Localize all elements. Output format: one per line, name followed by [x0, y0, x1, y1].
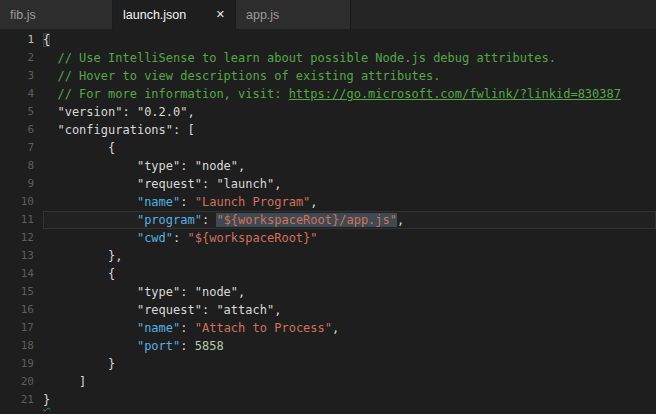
code-token: ,: [332, 321, 339, 335]
line-number: 5: [0, 103, 34, 121]
code-line[interactable]: {: [43, 139, 656, 157]
code-token: // For more information, visit:: [43, 87, 289, 101]
line-number: 2: [0, 49, 34, 67]
code-token: 5858: [195, 339, 224, 353]
code-token: :: [180, 339, 194, 353]
code-token: "name": [137, 321, 180, 335]
code-line[interactable]: "type": "node",: [43, 283, 656, 301]
code-token: "cwd": [137, 231, 173, 245]
code-line[interactable]: "name": "Attach to Process",: [43, 319, 656, 337]
code-token: :: [180, 321, 194, 335]
code-line[interactable]: // Use IntelliSense to learn about possi…: [43, 49, 656, 67]
code-token: }: [43, 393, 50, 407]
code-token: }: [43, 357, 115, 371]
code-token: "Launch Program": [195, 195, 311, 209]
line-number: 8: [0, 157, 34, 175]
line-number: 10: [0, 193, 34, 211]
code-line[interactable]: "request": "attach",: [43, 301, 656, 319]
code-token: "${workspaceRoot}": [188, 231, 318, 245]
code-token: "${workspaceRoot}/app.js": [216, 213, 397, 227]
close-icon[interactable]: ✕: [216, 9, 225, 20]
code-area[interactable]: { // Use IntelliSense to learn about pos…: [40, 31, 656, 409]
tab-label: launch.json: [123, 8, 186, 22]
line-number: 17: [0, 319, 34, 337]
line-number: 7: [0, 139, 34, 157]
code-line[interactable]: "cwd": "${workspaceRoot}": [43, 229, 656, 247]
code-token: {: [43, 141, 115, 155]
code-token: {: [43, 267, 115, 281]
code-token: {: [43, 33, 50, 47]
tab-fib-js[interactable]: fib.js: [0, 0, 113, 29]
code-line[interactable]: {: [43, 31, 656, 49]
code-line[interactable]: "configurations": [: [43, 121, 656, 139]
code-token: [43, 339, 137, 353]
code-line[interactable]: {: [43, 265, 656, 283]
code-token: "port": [137, 339, 180, 353]
line-number: 16: [0, 301, 34, 319]
code-token: [43, 195, 137, 209]
line-number: 19: [0, 355, 34, 373]
code-token: "program": [137, 213, 202, 227]
code-token: "request": "attach",: [43, 303, 281, 317]
tab-app-js[interactable]: app.js: [236, 0, 351, 29]
code-line[interactable]: "port": 5858: [43, 337, 656, 355]
code-line[interactable]: "type": "node",: [43, 157, 656, 175]
code-line[interactable]: ]: [43, 373, 656, 391]
line-number: 11: [0, 211, 34, 229]
line-number: 9: [0, 175, 34, 193]
code-token: ]: [43, 375, 86, 389]
code-line[interactable]: }: [43, 391, 656, 409]
line-number: 12: [0, 229, 34, 247]
code-token: ,: [397, 213, 404, 227]
code-token: [43, 213, 137, 227]
line-number: 1: [0, 31, 34, 49]
tab-bar: fib.jslaunch.json✕app.js: [0, 0, 656, 29]
code-line[interactable]: "version": "0.2.0",: [43, 103, 656, 121]
code-token: "request": "launch",: [43, 177, 281, 191]
code-line[interactable]: // For more information, visit: https://…: [43, 85, 656, 103]
code-token: "type": "node",: [43, 159, 245, 173]
line-number: 18: [0, 337, 34, 355]
code-token: // Use IntelliSense to learn about possi…: [43, 51, 556, 65]
code-line[interactable]: },: [43, 247, 656, 265]
code-token: "version": "0.2.0",: [43, 105, 195, 119]
line-numbers: 123456789101112131415161718192021: [0, 31, 40, 409]
code-token: :: [173, 231, 187, 245]
code-token: :: [180, 195, 194, 209]
code-token: ,: [310, 195, 317, 209]
tab-label: fib.js: [10, 8, 36, 22]
line-number: 13: [0, 247, 34, 265]
line-number: 15: [0, 283, 34, 301]
code-token: },: [43, 249, 122, 263]
tab-launch-json[interactable]: launch.json✕: [113, 0, 236, 29]
line-number: 20: [0, 373, 34, 391]
code-editor: 123456789101112131415161718192021 { // U…: [0, 29, 656, 409]
tab-label: app.js: [246, 8, 279, 22]
code-token: "type": "node",: [43, 285, 245, 299]
code-token: [43, 231, 137, 245]
code-line[interactable]: }: [43, 355, 656, 373]
code-line[interactable]: "program": "${workspaceRoot}/app.js",: [43, 211, 656, 229]
code-token: "Attach to Process": [195, 321, 332, 335]
line-number: 4: [0, 85, 34, 103]
line-number: 21: [0, 391, 34, 409]
line-number: 14: [0, 265, 34, 283]
code-token: :: [202, 213, 216, 227]
comment-link[interactable]: https://go.microsoft.com/fwlink/?linkid=…: [289, 87, 621, 101]
code-token: [43, 321, 137, 335]
line-number: 3: [0, 67, 34, 85]
line-number: 6: [0, 121, 34, 139]
code-token: "configurations": [: [43, 123, 195, 137]
code-line[interactable]: // Hover to view descriptions of existin…: [43, 67, 656, 85]
code-token: // Hover to view descriptions of existin…: [43, 69, 440, 83]
code-line[interactable]: "name": "Launch Program",: [43, 193, 656, 211]
code-token: "name": [137, 195, 180, 209]
code-line[interactable]: "request": "launch",: [43, 175, 656, 193]
